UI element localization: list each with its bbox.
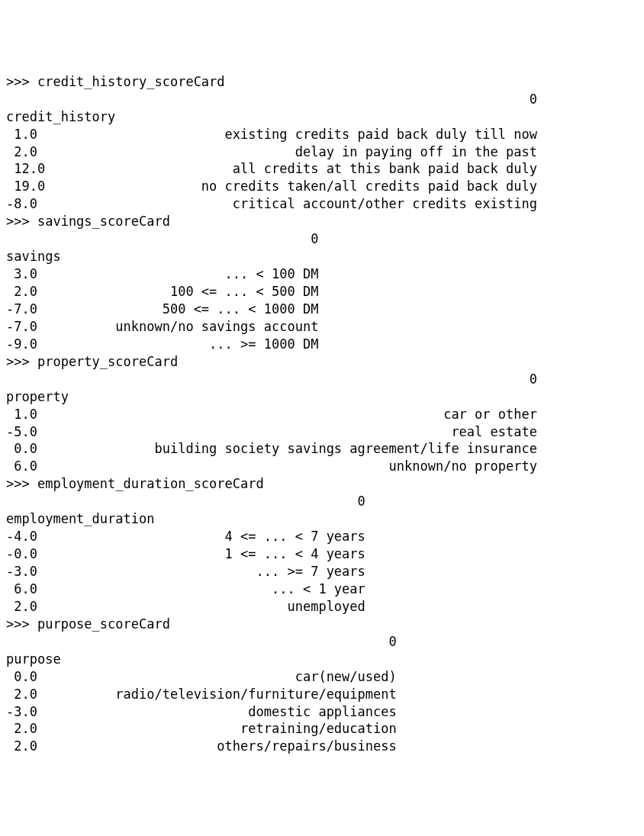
output-line: 19.0 no credits taken/all credits paid b… [6, 178, 638, 195]
output-line: 0 [6, 371, 638, 388]
output-line: 0 [6, 633, 638, 651]
output-line: 2.0 radio/television/furniture/equipment [6, 686, 638, 703]
output-line: 2.0 unemployed [6, 598, 638, 616]
output-line: 0.0 building society savings agreement/l… [6, 440, 638, 458]
output-line: >>> savings_scoreCard [6, 213, 638, 230]
output-line: credit_history [6, 108, 638, 126]
output-line: 1.0 existing credits paid back duly till… [6, 126, 638, 143]
output-line: 2.0 retraining/education [6, 720, 638, 738]
output-line: 2.0 100 <= ... < 500 DM [6, 283, 638, 301]
output-line: 6.0 unknown/no property [6, 458, 638, 475]
output-line: >>> credit_history_scoreCard [6, 73, 638, 91]
output-line: 0 [6, 230, 638, 248]
output-line: savings [6, 248, 638, 265]
output-line: >>> purpose_scoreCard [6, 616, 638, 633]
output-line: 3.0 ... < 100 DM [6, 265, 638, 283]
output-line: -9.0 ... >= 1000 DM [6, 336, 638, 353]
output-line: >>> property_scoreCard [6, 353, 638, 371]
output-line: 6.0 ... < 1 year [6, 580, 638, 598]
output-line: 2.0 others/repairs/business [6, 738, 638, 755]
output-line: -0.0 1 <= ... < 4 years [6, 545, 638, 563]
output-line: >>> employment_duration_scoreCard [6, 475, 638, 493]
output-line: -4.0 4 <= ... < 7 years [6, 528, 638, 545]
output-line: employment_duration [6, 510, 638, 528]
output-line: 0 [6, 493, 638, 510]
output-line: -5.0 real estate [6, 423, 638, 441]
terminal-output[interactable]: >>> credit_history_scoreCard 0credit_his… [6, 73, 638, 756]
output-line: -3.0 ... >= 7 years [6, 563, 638, 580]
output-line: -7.0 500 <= ... < 1000 DM [6, 301, 638, 318]
output-line: purpose [6, 651, 638, 668]
output-line: -3.0 domestic appliances [6, 703, 638, 721]
output-line: 0.0 car(new/used) [6, 668, 638, 686]
output-line: property [6, 388, 638, 406]
output-line: -7.0 unknown/no savings account [6, 318, 638, 336]
output-line: 2.0 delay in paying off in the past [6, 143, 638, 161]
output-line: -8.0 critical account/other credits exis… [6, 195, 638, 213]
output-line: 0 [6, 91, 638, 108]
output-line: 1.0 car or other [6, 406, 638, 423]
output-line: 12.0 all credits at this bank paid back … [6, 160, 638, 178]
